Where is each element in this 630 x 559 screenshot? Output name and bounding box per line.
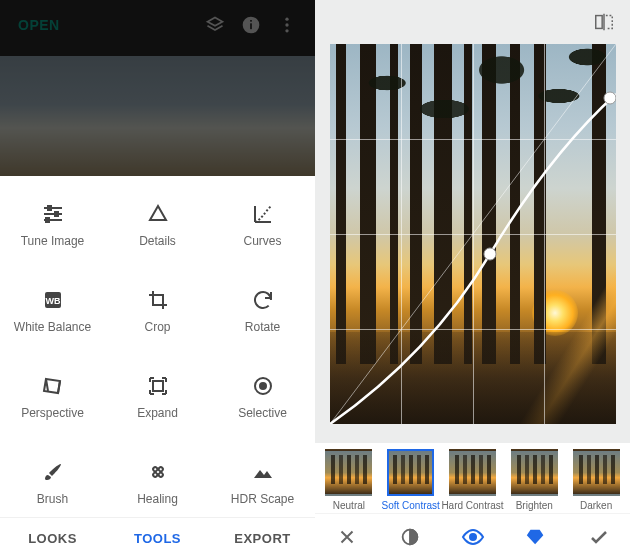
preset-thumb [387, 449, 434, 496]
tool-selective[interactable]: Selective [210, 354, 315, 440]
preset-thumb [511, 449, 558, 496]
preset-label: Neutral [333, 500, 365, 511]
details-icon [145, 201, 171, 227]
background-photo [0, 56, 315, 176]
svg-rect-2 [250, 20, 252, 22]
preset-neutral[interactable]: Neutral [321, 449, 377, 511]
tool-label: Expand [137, 407, 178, 421]
tool-rotate[interactable]: Rotate [210, 268, 315, 354]
tab-tools[interactable]: TOOLS [105, 518, 210, 559]
tool-details[interactable]: Details [105, 182, 210, 268]
perspective-icon [40, 373, 66, 399]
curves-icon [250, 201, 276, 227]
channel-button[interactable] [453, 517, 493, 557]
reference-button[interactable] [516, 517, 556, 557]
crop-icon [145, 287, 171, 313]
svg-rect-8 [46, 218, 49, 222]
cancel-button[interactable] [327, 517, 367, 557]
open-button[interactable]: OPEN [10, 11, 68, 39]
preset-darken[interactable]: Darken [568, 449, 624, 511]
layers-icon[interactable] [197, 7, 233, 43]
tool-label: Selective [238, 407, 287, 421]
tool-label: HDR Scape [231, 493, 294, 507]
preset-brighten[interactable]: Brighten [506, 449, 562, 511]
svg-text:WB: WB [45, 296, 60, 306]
image-canvas[interactable] [330, 44, 616, 424]
svg-rect-11 [153, 381, 163, 391]
tool-expand[interactable]: Expand [105, 354, 210, 440]
more-icon[interactable] [269, 7, 305, 43]
rotate-icon [250, 287, 276, 313]
editor-topbar [315, 0, 630, 44]
svg-point-21 [470, 534, 476, 540]
tool-hdr-scape[interactable]: HDR Scape [210, 440, 315, 517]
tool-tune-image[interactable]: Tune Image [0, 182, 105, 268]
top-bar: OPEN [0, 0, 315, 50]
svg-point-4 [285, 23, 288, 26]
expand-icon [145, 373, 171, 399]
preset-thumb [573, 449, 620, 496]
brush-icon [40, 459, 66, 485]
tool-label: Curves [243, 235, 281, 249]
preset-hard-contrast[interactable]: Hard Contrast [445, 449, 501, 511]
tool-white-balance[interactable]: WB White Balance [0, 268, 105, 354]
preset-label: Darken [580, 500, 612, 511]
preset-thumb [449, 449, 496, 496]
tool-brush[interactable]: Brush [0, 440, 105, 517]
healing-icon [145, 459, 171, 485]
preset-strip: Neutral Soft Contrast Hard Contrast Brig… [315, 443, 630, 513]
preset-label: Brighten [516, 500, 553, 511]
apply-button[interactable] [579, 517, 619, 557]
tool-label: Brush [37, 493, 68, 507]
luminance-button[interactable] [390, 517, 430, 557]
editor-header-dimmed: OPEN [0, 0, 315, 176]
tool-label: White Balance [14, 321, 91, 335]
tool-label: Healing [137, 493, 178, 507]
tool-label: Crop [144, 321, 170, 335]
preset-label: Soft Contrast [382, 500, 440, 511]
tab-looks[interactable]: LOOKS [0, 518, 105, 559]
selective-icon [250, 373, 276, 399]
svg-rect-7 [55, 212, 58, 216]
tool-label: Perspective [21, 407, 84, 421]
tool-healing[interactable]: Healing [105, 440, 210, 517]
svg-rect-6 [48, 206, 51, 210]
white-balance-icon: WB [40, 287, 66, 313]
action-bar [315, 513, 630, 559]
tool-perspective[interactable]: Perspective [0, 354, 105, 440]
tool-curves[interactable]: Curves [210, 182, 315, 268]
svg-point-13 [260, 383, 266, 389]
svg-rect-1 [250, 23, 252, 29]
tool-crop[interactable]: Crop [105, 268, 210, 354]
svg-point-5 [285, 29, 288, 32]
svg-point-3 [285, 18, 288, 21]
bottom-tabs: LOOKS TOOLS EXPORT [0, 517, 315, 559]
preset-thumb [325, 449, 372, 496]
sliders-icon [40, 201, 66, 227]
preset-soft-contrast[interactable]: Soft Contrast [383, 449, 439, 511]
tab-export[interactable]: EXPORT [210, 518, 315, 559]
curves-editor: Neutral Soft Contrast Hard Contrast Brig… [315, 0, 630, 559]
tool-label: Details [139, 235, 176, 249]
tool-label: Rotate [245, 321, 280, 335]
hdr-icon [250, 459, 276, 485]
tools-panel: OPEN Tune Image [0, 0, 315, 559]
svg-rect-16 [596, 16, 602, 29]
compare-icon[interactable] [586, 4, 622, 40]
preset-label: Hard Contrast [441, 500, 503, 511]
tool-grid: Tune Image Details Curves WB White Balan… [0, 176, 315, 517]
tool-label: Tune Image [21, 235, 85, 249]
info-icon[interactable] [233, 7, 269, 43]
